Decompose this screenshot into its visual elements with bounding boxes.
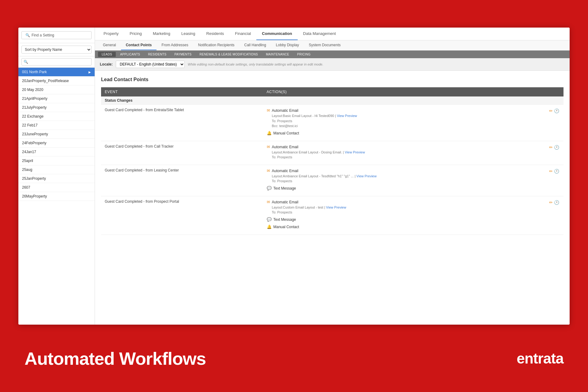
pill-tab-residents[interactable]: Residents [145,52,170,57]
bottom-branding: Automated Workflows entrata [0,325,588,392]
property-name: 25april [22,159,33,163]
sidebar-property-item[interactable]: 24Jan17 [18,148,95,156]
property-name: 2607 [22,185,30,190]
action-sub-line: Layout:Ambiance Email Layout - Tesdfdted… [272,174,377,179]
search-area [18,56,95,68]
view-preview-link[interactable]: View Preview [326,205,346,209]
top-tab-data-management[interactable]: Data Management [298,28,341,40]
action-detail: Manual Contact [273,224,299,230]
message-icon: 💬 [267,186,272,190]
action-detail: Manual Contact [273,130,299,136]
action-item: ✉Automatic EmailLayout:Ambiance Email La… [267,168,541,184]
sidebar-property-item[interactable]: 21AprilProperty [18,94,95,103]
top-tab-financial[interactable]: Financial [229,28,256,40]
sidebar: 🔍 Find a Setting Sort by Property Name 0… [18,28,95,325]
action-item: 🔔Manual Contact [267,130,541,136]
sidebar-property-item[interactable]: 25april [18,156,95,165]
sidebar-property-item[interactable]: 25JanProperty [18,174,95,183]
sidebar-property-item[interactable]: 25aug [18,165,95,174]
action-bcc-line: Bcc: test@test.ici [272,123,357,129]
action-detail: Text Message [273,217,296,222]
property-name: 20 May 2020 [22,88,43,92]
action-item: 💬Text Message [267,186,541,191]
top-tab-leasing[interactable]: Leasing [176,28,201,40]
action-title: Automatic Email [272,199,346,205]
action-to-line: To: Prospects [272,210,346,215]
sidebar-property-item[interactable]: 21JulyProperty [18,103,95,112]
property-name: 21JulyProperty [22,105,47,110]
action-title: Manual Contact [273,130,299,136]
email-icon: ✉ [267,108,270,113]
top-tab-marketing[interactable]: Marketing [147,28,176,40]
property-name: 24FebProperty [22,141,46,145]
find-setting-button[interactable]: 🔍 Find a Setting [21,31,92,39]
email-icon: ✉ [267,145,270,149]
pill-tab-leads[interactable]: Leads [98,52,116,57]
sidebar-property-item[interactable]: 001 North Park▶ [18,68,95,77]
sidebar-property-item[interactable]: 2607 [18,183,95,192]
table-row: Guest Card Completed - from Call Tracker… [101,141,564,165]
sidebar-property-item[interactable]: 20 May 2020 [18,85,95,94]
action-cell: ✉Automatic EmailLayout:Custom Email Layo… [263,196,545,235]
top-tab-communication[interactable]: Communication [256,28,297,40]
pill-tab-applicants[interactable]: Applicants [116,52,144,57]
sidebar-property-item[interactable]: 20JanProperty_PostRelease [18,77,95,85]
history-button[interactable]: 🕐 [553,168,560,174]
pill-tab-renewals-&-lease-modifications[interactable]: Renewals & Lease Modifications [196,52,262,57]
edit-button[interactable]: ✏ [548,108,553,114]
action-cell: ✉Automatic EmailLayout:Ambiance Email La… [263,165,545,196]
action-sub-line: Layout:Basic Email Layout - Hi Tested090… [272,113,357,119]
sub-tab-contact-points[interactable]: Contact Points [121,40,157,50]
view-preview-link[interactable]: View Preview [345,150,365,154]
locale-select[interactable]: DEFAULT - English (United States) [116,61,185,68]
pill-tab-bar: LeadsApplicantsResidentsPaymentsRenewals… [95,51,570,58]
sub-tab-call-handling[interactable]: Call Handling [239,40,271,50]
action-to-line: To: Prospects [272,155,365,160]
property-name: 26MayProperty [22,194,47,198]
sub-tab-lobby-display[interactable]: Lobby Display [271,40,304,50]
sidebar-property-item[interactable]: 24FebProperty [18,139,95,148]
pill-tab-payments[interactable]: Payments [171,52,195,57]
edit-button[interactable]: ✏ [548,168,553,174]
action-to-line: To: Prospects [272,119,357,124]
pill-tab-pricing[interactable]: Pricing [293,52,314,57]
sub-tab-notification-recipients[interactable]: Notification Recipients [193,40,239,50]
history-button[interactable]: 🕐 [553,144,560,150]
action-title: Manual Contact [273,224,299,230]
top-tab-residents[interactable]: Residents [201,28,230,40]
email-icon: ✉ [267,200,270,204]
brand-logo: entrata [517,350,564,367]
sub-tab-system-documents[interactable]: System Documents [304,40,345,50]
property-search-input[interactable] [21,58,92,66]
col-actions: Action(s) [263,87,545,96]
property-name: 23JuneProperty [22,132,48,136]
property-name: 25aug [22,168,32,172]
history-button[interactable]: 🕐 [553,199,560,205]
pill-tab-maintenance[interactable]: Maintenance [262,52,293,57]
edit-button[interactable]: ✏ [548,144,553,150]
top-tab-pricing[interactable]: Pricing [124,28,147,40]
history-button[interactable]: 🕐 [553,108,560,114]
brand-title: Automated Workflows [24,348,206,369]
sub-tab-from-addresses[interactable]: From Addresses [156,40,193,50]
section-title: Lead Contact Points [101,77,564,82]
sort-select[interactable]: Sort by Property Name [21,46,92,54]
find-setting-label: Find a Setting [32,33,54,37]
message-icon: 💬 [267,217,272,222]
table-row: Guest Card Completed - from Leasing Cent… [101,165,564,196]
row-action-icons: ✏🕐 [545,141,564,165]
action-detail: Automatic EmailLayout:Custom Email Layou… [272,199,346,215]
action-item: 💬Text Message [267,217,541,222]
top-tab-property[interactable]: Property [98,28,124,40]
sub-tab-general[interactable]: General [98,40,121,50]
edit-button[interactable]: ✏ [548,199,553,205]
view-preview-link[interactable]: View Preview [356,174,377,178]
sidebar-property-item[interactable]: 22 Feb17 [18,121,95,130]
sidebar-property-item[interactable]: 23JuneProperty [18,130,95,139]
row-action-icons: ✏🕐 [545,165,564,196]
action-title: Automatic Email [272,168,377,174]
sidebar-property-item[interactable]: 26MayProperty [18,192,95,201]
event-cell: Guest Card Completed - from Call Tracker [101,141,263,165]
view-preview-link[interactable]: View Preview [337,114,357,118]
sidebar-property-item[interactable]: 22 Exchange [18,112,95,121]
